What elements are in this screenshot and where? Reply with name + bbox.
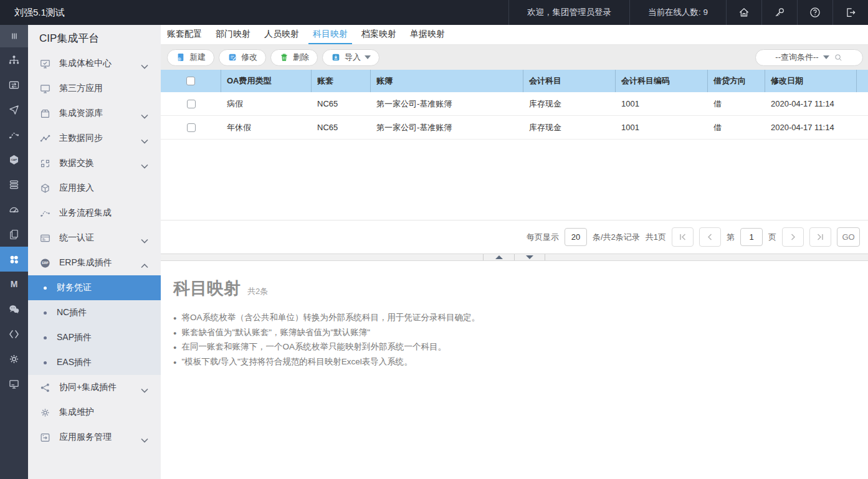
new-button[interactable]: 新建 xyxy=(167,49,214,66)
help-icon xyxy=(809,6,821,19)
go-button[interactable]: GO xyxy=(837,227,860,247)
rail-item-m-app[interactable]: M xyxy=(0,272,28,296)
sidebar-item-data-exchange[interactable]: 数据交换 xyxy=(28,151,161,176)
tab-subject-mapping[interactable]: 科目映射 xyxy=(308,25,352,44)
sidebar-item-erp-plugins[interactable]: ERP ERP集成插件 xyxy=(28,250,161,275)
sidebar-item-resource-library[interactable]: 集成资源库 xyxy=(28,101,161,126)
rail-item-cap[interactable]: CAP xyxy=(0,147,28,172)
bullet-text: 在同一账套和账簿下，一个OA系统枚举只能映射到外部系统一个科目。 xyxy=(181,343,446,351)
sidebar-item-label: ERP集成插件 xyxy=(59,257,141,268)
sidebar-toggle-button[interactable] xyxy=(0,25,28,47)
sidebar-item-master-data-sync[interactable]: 主数据同步 xyxy=(28,126,161,151)
sidebar-item-label: 统一认证 xyxy=(59,232,141,244)
sidebar-item-label: 集成体检中心 xyxy=(59,58,141,69)
tab-document-mapping[interactable]: 单据映射 xyxy=(406,25,449,44)
edit-icon xyxy=(227,52,237,62)
select-all-checkbox[interactable] xyxy=(186,77,195,85)
sidebar-item-unified-auth[interactable]: 统一认证 xyxy=(28,225,161,250)
column-header-debit-credit[interactable]: 借贷方向 xyxy=(708,70,765,92)
row-checkbox[interactable] xyxy=(187,100,196,108)
cap-badge-icon: CAP xyxy=(7,153,21,166)
share-nodes-icon xyxy=(39,382,51,394)
sidebar-item-third-party-app[interactable]: 第三方应用 xyxy=(28,76,161,101)
tab-archive-mapping[interactable]: 档案映射 xyxy=(357,25,401,44)
rail-item-send[interactable] xyxy=(0,97,28,122)
query-conditions-dropdown[interactable]: --查询条件-- xyxy=(755,49,863,66)
erp-badge-icon: ERP xyxy=(39,257,51,269)
column-header-accounting-subject[interactable]: 会计科目 xyxy=(523,70,616,92)
sidebar-item-eas-plugin[interactable]: EAS插件 xyxy=(28,350,161,375)
rail-item-stack[interactable] xyxy=(0,172,28,197)
bullet-dot-icon xyxy=(44,311,47,315)
table-row[interactable]: 病假 NC65 第一家公司-基准账簿 库存现金 1001 借 2020-04-1… xyxy=(161,92,868,116)
rail-item-erp-plugins[interactable] xyxy=(0,247,28,272)
table-row[interactable]: 年休假 NC65 第一家公司-基准账簿 库存现金 1001 借 2020-04-… xyxy=(161,116,868,140)
delete-button-label: 删除 xyxy=(293,52,309,63)
chevron-down-icon xyxy=(141,235,148,240)
column-header-subject-code[interactable]: 会计科目编码 xyxy=(616,70,708,92)
sidebar-item-collab-plugins[interactable]: 协同+集成插件 xyxy=(28,375,161,400)
splitter-collapse-button[interactable] xyxy=(514,254,545,260)
sidebar-item-label: SAP插件 xyxy=(57,332,148,343)
rail-item-wechat[interactable] xyxy=(0,296,28,321)
sidebar-item-app-service-mgmt[interactable]: 应用服务管理 xyxy=(28,425,161,450)
first-page-icon xyxy=(679,233,687,241)
sidebar-item-health-center[interactable]: 集成体检中心 xyxy=(28,51,161,76)
info-panel: 科目映射 共2条 ●将OA系统枚举（含公共和单位）转换为外部系统科目，用于凭证分… xyxy=(161,261,868,479)
help-button[interactable] xyxy=(797,0,832,25)
sidebar-item-financial-voucher[interactable]: 财务凭证 xyxy=(28,275,161,300)
row-checkbox[interactable] xyxy=(187,123,196,132)
sidebar-item-label: 业务流程集成 xyxy=(59,207,148,219)
prev-page-icon xyxy=(706,233,714,241)
rail-item-terminal[interactable] xyxy=(0,371,28,396)
first-page-button[interactable] xyxy=(672,227,694,247)
tab-person-mapping[interactable]: 人员映射 xyxy=(260,25,303,44)
caret-down-icon xyxy=(823,55,829,59)
rail-item-monitor-gauge[interactable] xyxy=(0,197,28,222)
exchange-icon xyxy=(39,158,51,169)
last-page-button[interactable] xyxy=(809,227,831,247)
per-page-input[interactable] xyxy=(565,228,587,246)
rail-item-process-flow[interactable] xyxy=(0,122,28,147)
rail-item-settings[interactable] xyxy=(0,346,28,371)
prev-page-button[interactable] xyxy=(699,227,721,247)
column-header-account-book[interactable]: 账簿 xyxy=(371,70,523,92)
panel-splitter[interactable] xyxy=(161,254,868,261)
cell-account-book: 第一家公司-基准账簿 xyxy=(371,116,523,139)
next-page-button[interactable] xyxy=(782,227,804,247)
home-button[interactable] xyxy=(726,0,761,25)
column-header-modified-date[interactable]: 修改日期 xyxy=(765,70,857,92)
info-bullet: ●将OA系统枚举（含公共和单位）转换为外部系统科目，用于凭证分录科目确定。 xyxy=(173,313,849,323)
password-button[interactable] xyxy=(761,0,797,25)
sidebar-item-bpm-integration[interactable]: 业务流程集成 xyxy=(28,201,161,225)
tab-account-set-config[interactable]: 账套配置 xyxy=(163,25,206,44)
app-title: 刘强5.1测试 xyxy=(0,7,65,19)
cell-account-set: NC65 xyxy=(312,116,371,139)
page-number-input[interactable] xyxy=(740,228,763,246)
sidebar-item-label: 数据交换 xyxy=(59,158,141,169)
sidebar-item-label: 主数据同步 xyxy=(59,133,141,144)
sidebar-item-label: 协同+集成插件 xyxy=(59,382,141,393)
rail-item-sitemap[interactable] xyxy=(0,47,28,72)
edit-button[interactable]: 修改 xyxy=(219,49,266,66)
column-header-oa-expense-type[interactable]: OA费用类型 xyxy=(221,70,312,92)
delete-button[interactable]: 删除 xyxy=(270,49,318,66)
bullet-dot-icon xyxy=(44,361,47,364)
column-header-account-set[interactable]: 账套 xyxy=(312,70,371,92)
logout-button[interactable] xyxy=(832,0,868,25)
cell-modified-date: 2020-04-17 11:14 xyxy=(765,92,857,115)
splitter-expand-button[interactable] xyxy=(483,254,514,260)
sidebar-item-sap-plugin[interactable]: SAP插件 xyxy=(28,325,161,350)
import-button[interactable]: 导入 xyxy=(322,49,379,66)
sidebar-item-nc-plugin[interactable]: NC插件 xyxy=(28,300,161,325)
rail-item-documents[interactable] xyxy=(0,222,28,247)
sidebar-item-integration-maintenance[interactable]: 集成维护 xyxy=(28,400,161,425)
sitemap-icon xyxy=(7,54,21,67)
sidebar-item-app-access[interactable]: 应用接入 xyxy=(28,176,161,201)
rail-item-third-party[interactable] xyxy=(0,72,28,97)
cell-oa-expense-type: 年休假 xyxy=(221,116,312,139)
rail-item-code[interactable] xyxy=(0,321,28,346)
tab-department-mapping[interactable]: 部门映射 xyxy=(211,25,255,44)
bullet-dot-icon xyxy=(44,336,47,339)
sidebar-item-label: 应用接入 xyxy=(59,183,148,194)
